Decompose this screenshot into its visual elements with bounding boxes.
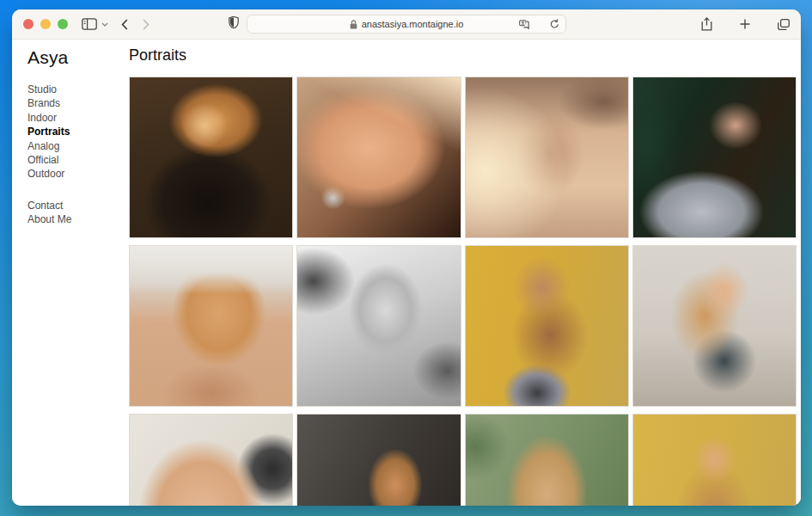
forward-button[interactable] [143, 19, 150, 30]
sidebar-nav-secondary: ContactAbout Me [27, 199, 128, 227]
photo-grid [129, 77, 797, 506]
address-bar[interactable]: anastasiya.montaigne.io [247, 15, 566, 34]
privacy-report-button[interactable] [229, 16, 239, 29]
site-title: Asya [27, 47, 128, 68]
sidebar-item-brands[interactable]: Brands [27, 96, 128, 110]
close-window-button[interactable] [23, 19, 34, 29]
chevron-right-icon [143, 19, 150, 30]
sidebar-item-outdoor[interactable]: Outdoor [27, 167, 128, 181]
photo-sunlit-face-closeup[interactable] [296, 77, 461, 238]
lock-icon [350, 20, 357, 29]
toolbar-nav-icons [82, 18, 150, 30]
back-button[interactable] [121, 19, 128, 30]
zoom-window-button[interactable] [58, 19, 68, 29]
browser-window: anastasiya.montaigne.io [12, 9, 801, 506]
reload-button[interactable] [550, 19, 559, 29]
photo-yellow-sunglasses-portrait[interactable] [632, 414, 797, 506]
share-icon [701, 17, 712, 31]
url-text: anastasiya.montaigne.io [362, 19, 464, 29]
sidebar-item-about-me[interactable]: About Me [27, 212, 128, 226]
tab-overview-icon [778, 19, 790, 30]
page-title: Portraits [129, 46, 797, 64]
sidebar-item-studio[interactable]: Studio [27, 83, 128, 96]
translate-icon [519, 20, 531, 29]
photo-forest-portrait[interactable] [632, 77, 797, 238]
sidebar-menu-button[interactable] [101, 22, 108, 27]
sidebar-item-analog[interactable]: Analog [27, 139, 128, 153]
sidebar-nav-primary: StudioBrandsIndoorPortraitsAnalogOfficia… [27, 83, 128, 181]
sidebar-toggle-button[interactable] [82, 18, 97, 30]
photo-bw-floral-portrait[interactable] [296, 245, 461, 407]
sidebar-toggle-icon [82, 18, 97, 30]
plus-icon [740, 19, 750, 29]
chevron-left-icon [121, 19, 128, 30]
page-content: Asya StudioBrandsIndoorPortraitsAnalogOf… [12, 40, 801, 506]
main-area: Portraits [128, 40, 801, 506]
window-controls [23, 19, 68, 29]
share-button[interactable] [701, 17, 712, 31]
new-tab-button[interactable] [740, 19, 750, 29]
sidebar: Asya StudioBrandsIndoorPortraitsAnalogOf… [12, 40, 128, 506]
sidebar-item-portraits[interactable]: Portraits [27, 125, 128, 138]
photo-windblown-hair-portrait[interactable] [465, 414, 629, 506]
photo-yellow-gingham-portrait[interactable] [465, 245, 629, 407]
privacy-shield-icon [229, 16, 239, 29]
minimize-window-button[interactable] [40, 19, 51, 29]
translate-button[interactable] [519, 20, 531, 29]
toolbar-right-icons [701, 17, 790, 31]
sidebar-item-official[interactable]: Official [27, 153, 128, 167]
reload-icon [550, 19, 559, 29]
tab-overview-button[interactable] [778, 19, 790, 30]
chevron-down-icon [101, 22, 108, 27]
photo-wristwatch-closeup-portrait[interactable] [129, 414, 293, 506]
photo-moody-warm-light-portrait[interactable] [296, 414, 461, 506]
photo-city-crop-top-portrait[interactable] [632, 245, 797, 407]
browser-toolbar: anastasiya.montaigne.io [12, 9, 801, 40]
photo-golden-hour-portrait[interactable] [129, 77, 293, 238]
sidebar-item-contact[interactable]: Contact [27, 199, 128, 212]
photo-hazy-backlit-portrait[interactable] [465, 77, 629, 238]
photo-beach-portrait[interactable] [129, 245, 293, 407]
sidebar-item-indoor[interactable]: Indoor [27, 111, 128, 125]
